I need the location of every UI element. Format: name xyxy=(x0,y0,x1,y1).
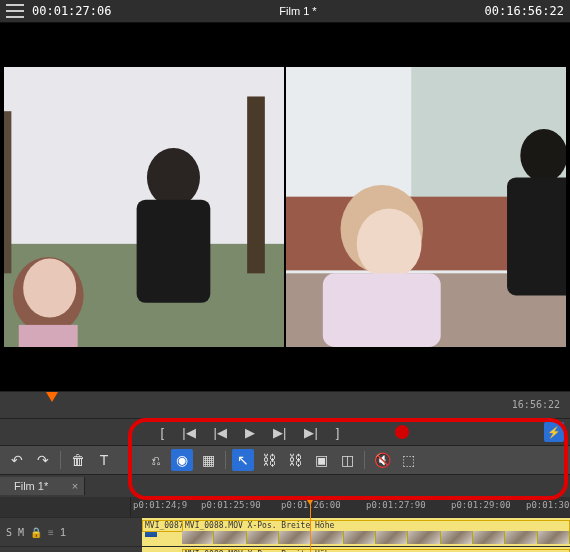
separator xyxy=(60,451,61,469)
ungroup-button[interactable]: ⛓ xyxy=(284,449,306,471)
goto-start-button[interactable]: |◀ xyxy=(182,425,195,440)
record-button[interactable] xyxy=(395,425,409,439)
title-button[interactable]: I xyxy=(119,449,141,471)
goto-end-button[interactable]: ▶| xyxy=(304,425,317,440)
preview-ruler[interactable]: 16:56:22 xyxy=(0,391,570,418)
preview-monitor xyxy=(0,23,570,391)
playhead-marker-icon[interactable] xyxy=(46,392,58,402)
clip-mvi-0087[interactable]: MVI_0087.MO xyxy=(142,520,184,532)
total-timecode: 00:16:56:22 xyxy=(485,4,564,18)
svg-point-10 xyxy=(23,259,76,318)
split-button[interactable]: ⎌ xyxy=(145,449,167,471)
tab-label: Film 1* xyxy=(14,480,48,492)
svg-rect-19 xyxy=(323,273,441,347)
track-1-header[interactable]: S M 🔒 ≡ 1 xyxy=(0,518,142,546)
toolbar: ↶ ↷ 🗑 T I ⎌ ◉ ▦ ↖ ⛓ ⛓ ▣ ◫ 🔇 ⬚ xyxy=(0,445,570,474)
group-button[interactable]: ◫ xyxy=(336,449,358,471)
lock-icon[interactable]: 🔒 xyxy=(30,527,42,538)
svg-rect-3 xyxy=(4,111,11,273)
timeline-tabs: Film 1* × xyxy=(0,474,570,497)
ruler-time: 16:56:22 xyxy=(512,399,560,410)
close-icon[interactable]: × xyxy=(72,480,78,492)
color-button[interactable]: ▣ xyxy=(310,449,332,471)
step-back-button[interactable]: |◀ xyxy=(214,425,227,440)
preview-right xyxy=(286,67,566,347)
timeline-ruler[interactable]: p0:01:24;9 p0:01:25:90 p0:01:26:00 p0:01… xyxy=(0,497,570,517)
fit-button[interactable]: ⬚ xyxy=(397,449,419,471)
svg-rect-9 xyxy=(19,325,78,347)
transport-bar: [ |◀ |◀ ▶ ▶| ▶| ] ⚡ xyxy=(0,418,570,445)
menu-icon[interactable] xyxy=(6,4,24,18)
text-button[interactable]: T xyxy=(93,449,115,471)
tab-film1[interactable]: Film 1* × xyxy=(0,477,85,495)
title-bar: 00:01:27:06 Film 1 * 00:16:56:22 xyxy=(0,0,570,23)
svg-rect-4 xyxy=(247,96,265,273)
svg-point-15 xyxy=(520,129,566,182)
timeline: p0:01:24;9 p0:01:25:90 p0:01:26:00 p0:01… xyxy=(0,497,570,552)
track-1-body[interactable]: MVI_0087.MO MVI_0088.MOV X-Pos. Breite H… xyxy=(142,518,570,546)
link-button[interactable]: ⛓ xyxy=(258,449,280,471)
track-2: S M 🔒 ≡ 2 MVI_0089.MOV X-Pos. Breite Höh… xyxy=(0,546,570,552)
grid-button[interactable]: ▦ xyxy=(197,449,219,471)
svg-rect-16 xyxy=(507,178,566,296)
track-2-body[interactable]: MVI_0089.MOV X-Pos. Breite Höhe xyxy=(142,547,570,552)
out-point-button[interactable]: ] xyxy=(336,425,340,440)
delete-button[interactable]: 🗑 xyxy=(67,449,89,471)
redo-button[interactable]: ↷ xyxy=(32,449,54,471)
mute-button[interactable]: 🔇 xyxy=(371,449,393,471)
separator xyxy=(225,451,226,469)
pointer-button[interactable]: ↖ xyxy=(232,449,254,471)
preview-left xyxy=(4,67,284,347)
svg-point-18 xyxy=(357,208,422,279)
step-fwd-button[interactable]: ▶| xyxy=(273,425,286,440)
in-point-button[interactable]: [ xyxy=(161,425,165,440)
playhead[interactable] xyxy=(310,497,311,552)
magnet-button[interactable]: ◉ xyxy=(171,449,193,471)
undo-button[interactable]: ↶ xyxy=(6,449,28,471)
track-2-header[interactable]: S M 🔒 ≡ 2 xyxy=(0,547,142,552)
play-button[interactable]: ▶ xyxy=(245,425,255,440)
flash-button[interactable]: ⚡ xyxy=(544,422,564,442)
track-1: S M 🔒 ≡ 1 MVI_0087.MO MVI_0088.MOV X-Pos… xyxy=(0,517,570,546)
expand-icon[interactable]: ≡ xyxy=(48,527,54,538)
separator xyxy=(364,451,365,469)
project-title: Film 1 * xyxy=(119,5,476,17)
clip-thumbnails xyxy=(182,531,570,544)
current-timecode: 00:01:27:06 xyxy=(32,4,111,18)
svg-rect-7 xyxy=(137,200,211,303)
svg-point-6 xyxy=(147,148,200,207)
